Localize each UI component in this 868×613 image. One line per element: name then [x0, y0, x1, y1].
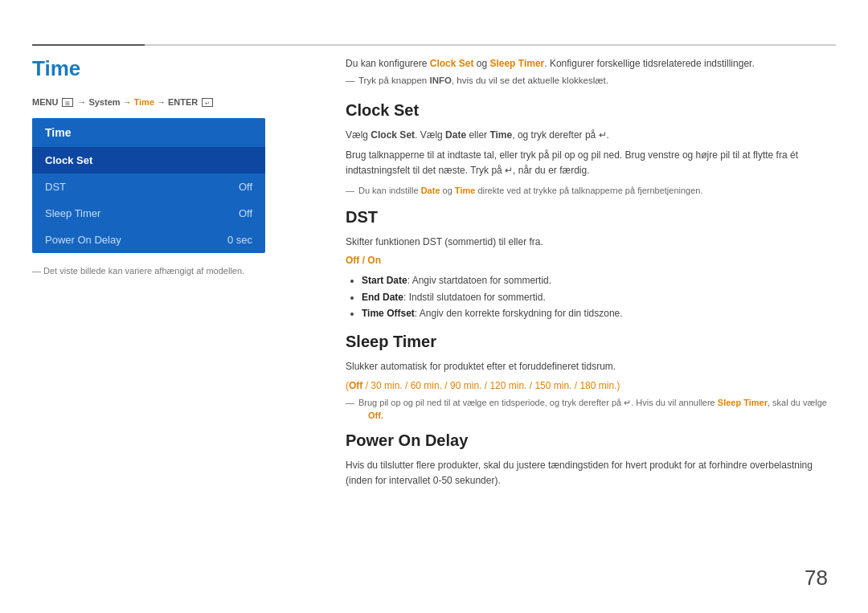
section-clock-set-para1: Vælg Clock Set. Vælg Date eller Time, og… — [346, 128, 836, 143]
nav-item-dst[interactable]: DST Off — [32, 174, 265, 200]
top-line-accent — [32, 44, 145, 46]
menu-label: MENU — [32, 97, 58, 107]
top-line-full — [32, 44, 836, 46]
enter-icon: ↵ — [202, 98, 213, 107]
section-sleep-timer-title: Sleep Timer — [346, 333, 836, 351]
section-clock-set-note: Du kan indstille Date og Time direkte ve… — [346, 184, 836, 198]
nav-menu: Time Clock Set DST Off Sleep Timer Off P… — [32, 118, 265, 253]
nav-item-dst-label: DST — [45, 181, 66, 193]
sleep-timer-options: (Off / 30 min. / 60 min. / 90 min. / 120… — [346, 380, 836, 391]
section-clock-set-title: Clock Set — [346, 101, 836, 120]
nav-item-power-on-delay-label: Power On Delay — [45, 234, 121, 246]
nav-item-power-on-delay-value: 0 sec — [227, 234, 252, 246]
left-disclaimer: Det viste billede kan variere afhængigt … — [32, 266, 305, 276]
nav-item-dst-value: Off — [239, 181, 252, 193]
menu-icon: ⊞ — [62, 98, 73, 107]
intro-note: Tryk på knappen INFO, hvis du vil se det… — [346, 76, 836, 85]
section-clock-set: Clock Set Vælg Clock Set. Vælg Date elle… — [346, 101, 836, 197]
section-sleep-timer: Sleep Timer Slukker automatisk for produ… — [346, 333, 836, 420]
nav-item-sleep-timer-label: Sleep Timer — [45, 207, 100, 219]
sleep-timer-off-label: Off. — [346, 411, 836, 420]
section-power-on-delay-title: Power On Delay — [346, 431, 836, 450]
section-clock-set-para2: Brug talknapperne til at indtaste tal, e… — [346, 148, 836, 178]
menu-path: MENU ⊞ → System → Time → ENTER ↵ — [32, 97, 305, 107]
intro-sleep-timer-highlight: Sleep Timer — [489, 58, 544, 69]
dst-status-options: Off / On — [346, 255, 836, 266]
section-dst-para: Skifter funktionen DST (sommertid) til e… — [346, 235, 836, 250]
page-title: Time — [32, 56, 305, 81]
section-sleep-timer-note: Brug pil op og pil ned til at vælge en t… — [346, 396, 836, 410]
intro-clock-set-highlight: Clock Set — [430, 58, 474, 69]
nav-item-power-on-delay[interactable]: Power On Delay 0 sec — [32, 227, 265, 253]
enter-label: ENTER — [168, 97, 198, 107]
dst-end-date: End Date: Indstil slutdatoen for sommert… — [362, 289, 836, 305]
nav-menu-header: Time — [32, 118, 265, 147]
intro-text: Du kan konfigurere Clock Set og Sleep Ti… — [346, 56, 836, 71]
page-number: 78 — [805, 566, 828, 591]
dst-start-date: Start Date: Angiv startdatoen for sommer… — [362, 272, 836, 288]
section-power-on-delay: Power On Delay Hvis du tilslutter flere … — [346, 431, 836, 488]
nav-item-sleep-timer[interactable]: Sleep Timer Off — [32, 200, 265, 227]
time-label: Time — [134, 97, 154, 107]
left-column: Time MENU ⊞ → System → Time → ENTER ↵ Ti… — [32, 56, 305, 276]
right-column: Du kan konfigurere Clock Set og Sleep Ti… — [346, 56, 836, 493]
nav-item-clock-set-label: Clock Set — [45, 154, 92, 166]
section-sleep-timer-para: Slukker automatisk for produktet efter e… — [346, 359, 836, 374]
section-dst: DST Skifter funktionen DST (sommertid) t… — [346, 208, 836, 321]
section-power-on-delay-para: Hvis du tilslutter flere produkter, skal… — [346, 458, 836, 488]
dst-time-offset: Time Offset: Angiv den korrekte forskydn… — [362, 305, 836, 321]
nav-item-clock-set[interactable]: Clock Set — [32, 147, 265, 174]
system-label: System — [88, 97, 120, 107]
section-dst-title: DST — [346, 208, 836, 227]
nav-item-sleep-timer-value: Off — [239, 207, 252, 219]
dst-bullet-list: Start Date: Angiv startdatoen for sommer… — [346, 272, 836, 321]
